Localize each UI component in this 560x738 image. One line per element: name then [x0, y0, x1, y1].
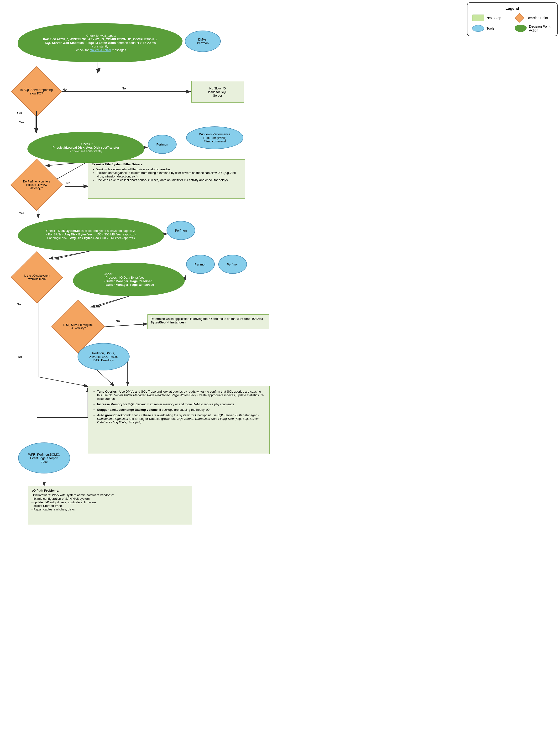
perfmon3-label: Perfmon — [195, 263, 206, 266]
perfmon-oval-2: Perfmon — [167, 221, 195, 240]
perfmon-dmvs-label: Perfmon, DMVs, Xevents, SQL Trace, DTA, … — [89, 351, 117, 362]
top-cloud: - Check for wait_types: PAGEIOLATCH_*, W… — [18, 23, 183, 62]
tune-item-4: Auto grow/Checkpoint: check if these are… — [97, 413, 265, 424]
svg-text:No: No — [17, 303, 21, 306]
tune-queries-box: Tune Queries : Use DMVs and SQL Trace an… — [88, 386, 270, 454]
wpr-label: Windows Performance Recorder (WPR) Fltmc… — [199, 132, 231, 143]
wpr-oval: Windows Performance Recorder (WPR) Fltmc… — [186, 126, 243, 149]
diamond2-label: Do Perfmon counters indicate slow I/O (l… — [23, 180, 50, 190]
no-slow-io-label: No Slow I/O issue for SQL Server — [208, 87, 227, 97]
svg-text:No: No — [122, 87, 126, 90]
filter-item-1: Work with system admin/filter driver ven… — [96, 167, 242, 171]
io-path-line-0: OS/Hardware: Work with system admin/hard… — [31, 493, 189, 497]
io-path-box: I/O Path Problems: OS/Hardware: Work wit… — [28, 486, 192, 525]
svg-text:No: No — [18, 355, 22, 359]
perfmon1-label: Perfmon — [156, 143, 168, 146]
tune-item-2: Increase Memory for SQL Server: max serv… — [97, 402, 265, 406]
tune-item-3: Stagger backups/change Backup volume: if… — [97, 408, 265, 411]
io-path-line-1: - fix mis-configuration of SAN/NAS syste… — [31, 497, 189, 500]
perfmon3b-label: Perfmon — [227, 263, 238, 266]
wpr-sqlio-label: WPR, Perfmon,SQLIO, Event Logs, Storport… — [28, 453, 60, 463]
dmvs-perfmon-oval: DMVs, Perfmon — [185, 31, 221, 52]
diamond2-container: Do Perfmon counters indicate slow I/O (l… — [11, 165, 62, 205]
diamond1-container: Is SQL Server reporting slow I/O? — [11, 72, 61, 111]
wpr-sqlio-oval: WPR, Perfmon,SQLIO, Event Logs, Storport… — [18, 442, 70, 473]
perfmon-oval-3: Perfmon — [186, 255, 215, 274]
diamond4-container: Is Sql Server driving the I/O Activity? — [51, 307, 105, 347]
svg-text:No: No — [66, 181, 70, 185]
svg-text:Yes: Yes — [19, 211, 24, 215]
page-container: Legend Next Step Decision Point Tools De… — [0, 0, 560, 738]
cloud2-bold: Physical/Logical Disk: Avg. Disk sec/Tra… — [52, 146, 119, 149]
svg-line-14 — [91, 296, 129, 307]
filter-drivers-box: Examine File System Filter Drivers: Work… — [88, 159, 245, 199]
svg-text:No: No — [116, 319, 120, 323]
cloud4: Check - Process : IO Data Bytes/sec - Bu… — [73, 263, 185, 296]
cloud2: - Check if Physical/Logical Disk: Avg. D… — [27, 132, 145, 163]
filter-box-title: Examine File System Filter Drivers: — [92, 162, 144, 166]
perfmon-dmvs-oval: Perfmon, DMVs, Xevents, SQL Trace, DTA, … — [77, 343, 129, 370]
no-label-1: No — [62, 88, 66, 91]
no-slow-io-box: No Slow I/O issue for SQL Server — [191, 81, 244, 102]
diamond3-container: Is the I/O subsystem overwhelmed? — [11, 258, 63, 297]
perfmon-oval-1: Perfmon — [148, 135, 177, 154]
det-app-text: Determine which application is driving t… — [151, 317, 263, 324]
io-path-line-3: - collect Storport trace — [31, 504, 189, 507]
io-path-line-2: - update old/faulty drivers, controllers… — [31, 500, 189, 504]
perfmon-oval-3b: Perfmon — [218, 255, 247, 274]
svg-text:Yes: Yes — [19, 120, 24, 124]
perfmon2-label: Perfmon — [175, 229, 187, 232]
svg-line-37 — [95, 296, 129, 307]
diamond1-label: Is SQL Server reporting slow I/O? — [20, 88, 53, 95]
tune-item-1: Tune Queries : Use DMVs and SQL Trace an… — [97, 390, 265, 400]
filter-item-3: Use WPR.exe to collect short-period(<10 … — [96, 178, 242, 182]
svg-line-12 — [38, 377, 88, 386]
dmvs-perfmon-label: DMVs, Perfmon — [197, 38, 209, 45]
stalled-io-link[interactable]: stalled I/O error — [90, 48, 111, 52]
svg-line-38 — [104, 324, 148, 327]
cloud3: Check if Disk Bytes/Sec is close to/beyo… — [18, 218, 164, 251]
yes-label-1: Yes — [17, 111, 22, 114]
det-app-box: Determine which application is driving t… — [148, 314, 269, 329]
io-path-line-4: - Repair cables, switches, disks. — [31, 507, 189, 511]
io-path-title: I/O Path Problems: — [31, 489, 59, 492]
filter-item-2: Exclude data/log/backup folders from bei… — [96, 171, 242, 178]
diamond4-label: Is Sql Server driving the I/O Activity? — [63, 323, 93, 330]
diamond3-label: Is the I/O subsystem overwhelmed? — [24, 274, 50, 281]
svg-line-15 — [105, 324, 148, 327]
flow-container: - Check for wait_types: PAGEIOLATCH_*, W… — [5, 5, 555, 720]
